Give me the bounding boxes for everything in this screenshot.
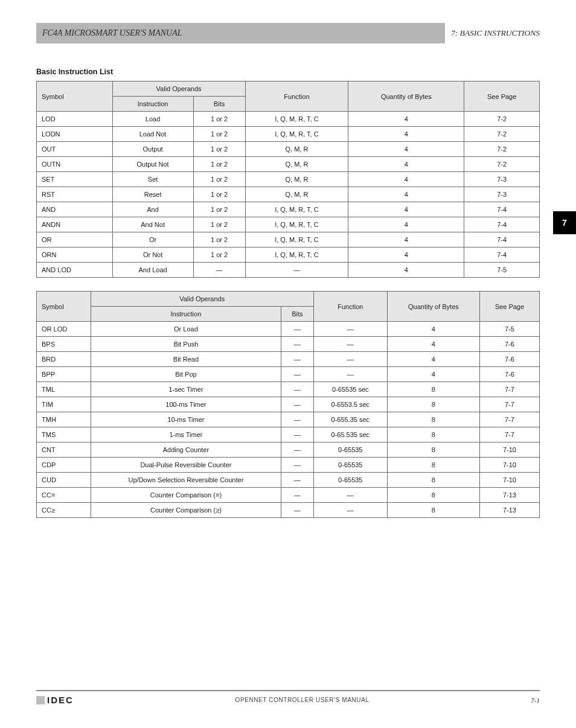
col-function: Function <box>313 292 387 322</box>
cell-instr: 1-sec Timer <box>91 382 281 397</box>
cell-see: 7-13 <box>479 503 539 518</box>
cell-bits: 1 or 2 <box>193 187 245 202</box>
cell-see: 7-2 <box>464 127 540 142</box>
cell-instr: Load <box>112 112 193 127</box>
cell-instr: And Load <box>112 263 193 278</box>
cell-instr: Counter Comparison (=) <box>91 488 281 503</box>
cell-instr: Reset <box>112 187 193 202</box>
table-row: TML1-sec Timer—0-65535 sec87-7 <box>37 382 540 397</box>
cell-see: 7-2 <box>464 142 540 157</box>
cell-bits: — <box>281 367 314 382</box>
col-valid-operands: Valid Operands <box>112 81 245 97</box>
table-row: TMS1-ms Timer—0-65.535 sec87-7 <box>37 427 540 442</box>
cell-instr: Bit Read <box>91 352 281 367</box>
cell-instr: Set <box>112 172 193 187</box>
cell-sym: TMS <box>37 427 91 442</box>
col-qty: Quantity of Bytes <box>387 292 479 322</box>
cell-see: 7-7 <box>479 382 539 397</box>
cell-qty: 4 <box>387 367 479 382</box>
cell-instr: Output <box>112 142 193 157</box>
instruction-table-1: Symbol Valid Operands Function Quantity … <box>36 81 540 278</box>
cell-see: 7-2 <box>464 112 540 127</box>
cell-qty: 4 <box>348 157 464 172</box>
cell-sym: OUTN <box>37 157 113 172</box>
cell-bits: — <box>281 458 314 473</box>
cell-qty: 8 <box>387 458 479 473</box>
cell-instr: Dual-Pulse Reversible Counter <box>91 458 281 473</box>
table-row: CNTAdding Counter—0-6553587-10 <box>37 442 540 458</box>
cell-sym: BRD <box>37 352 91 367</box>
cell-instr: Bit Push <box>91 337 281 352</box>
cell-see: 7-10 <box>479 442 539 458</box>
page-footer: IDEC OPENNET CONTROLLER USER'S MANUAL 7-… <box>36 690 540 705</box>
table-row: BRDBit Read——47-6 <box>37 352 540 367</box>
col-valid-operands: Valid Operands <box>91 292 313 307</box>
cell-qty: 4 <box>387 337 479 352</box>
cell-instr: 100-ms Timer <box>91 397 281 412</box>
cell-instr: 10-ms Timer <box>91 412 281 427</box>
page-header: FC4A MICROSMART USER'S MANUAL 7: BASIC I… <box>36 23 540 43</box>
cell-see: 7-5 <box>479 322 539 337</box>
cell-see: 7-10 <box>479 458 539 473</box>
cell-see: 7-3 <box>464 172 540 187</box>
col-symbol: Symbol <box>37 81 113 112</box>
cell-bits: — <box>281 488 314 503</box>
cell-qty: 4 <box>348 112 464 127</box>
cell-func: — <box>245 263 348 278</box>
cell-qty: 8 <box>387 382 479 397</box>
cell-sym: TMH <box>37 412 91 427</box>
cell-sym: LOD <box>37 112 113 127</box>
cell-bits: 1 or 2 <box>193 202 245 217</box>
cell-sym: CC= <box>37 488 91 503</box>
cell-func: I, Q, M, R, T, C <box>245 232 348 247</box>
thumb-tab: 7 <box>553 211 576 234</box>
section-heading: Basic Instruction List <box>36 68 540 76</box>
cell-see: 7-7 <box>479 412 539 427</box>
col-function: Function <box>245 81 348 112</box>
cell-qty: 8 <box>387 473 479 488</box>
col-see: See Page <box>464 81 540 112</box>
page-number: 7-1 <box>531 697 540 704</box>
cell-bits: 1 or 2 <box>193 172 245 187</box>
cell-func: — <box>313 503 387 518</box>
cell-bits: 1 or 2 <box>193 142 245 157</box>
cell-func: I, Q, M, R, T, C <box>245 127 348 142</box>
cell-instr: Or <box>112 232 193 247</box>
col-bits: Bits <box>193 97 245 112</box>
cell-bits: — <box>193 263 245 278</box>
cell-func: Q, M, R <box>245 172 348 187</box>
cell-func: 0-6553.5 sec <box>313 397 387 412</box>
table-row: OROr1 or 2I, Q, M, R, T, C47-4 <box>37 232 540 247</box>
cell-bits: — <box>281 322 314 337</box>
table-row: BPPBit Pop——47-6 <box>37 367 540 382</box>
cell-sym: OR LOD <box>37 322 91 337</box>
table-row: LODLoad1 or 2I, Q, M, R, T, C47-2 <box>37 112 540 127</box>
cell-qty: 4 <box>387 322 479 337</box>
cell-qty: 4 <box>348 217 464 232</box>
cell-see: 7-7 <box>479 397 539 412</box>
cell-instr: Up/Down Selection Reversible Counter <box>91 473 281 488</box>
cell-qty: 8 <box>387 442 479 458</box>
cell-func: I, Q, M, R, T, C <box>245 217 348 232</box>
cell-instr: And <box>112 202 193 217</box>
cell-func: I, Q, M, R, T, C <box>245 112 348 127</box>
cell-qty: 4 <box>348 187 464 202</box>
cell-sym: ANDN <box>37 217 113 232</box>
cell-func: 0-65535 <box>313 442 387 458</box>
col-see: See Page <box>479 292 539 322</box>
cell-func: Q, M, R <box>245 157 348 172</box>
cell-bits: 1 or 2 <box>193 217 245 232</box>
thumb-tab-number: 7 <box>562 218 567 228</box>
table-row: CUDUp/Down Selection Reversible Counter—… <box>37 473 540 488</box>
cell-instr: Counter Comparison (≥) <box>91 503 281 518</box>
table-row: OUTNOutput Not1 or 2Q, M, R47-2 <box>37 157 540 172</box>
cell-instr: 1-ms Timer <box>91 427 281 442</box>
table-row: ORNOr Not1 or 2I, Q, M, R, T, C47-4 <box>37 247 540 263</box>
brand-text: IDEC <box>47 695 74 705</box>
cell-qty: 8 <box>387 427 479 442</box>
table-row: ANDNAnd Not1 or 2I, Q, M, R, T, C47-4 <box>37 217 540 232</box>
cell-see: 7-6 <box>479 352 539 367</box>
cell-sym: ORN <box>37 247 113 263</box>
cell-see: 7-5 <box>464 263 540 278</box>
cell-qty: 8 <box>387 412 479 427</box>
